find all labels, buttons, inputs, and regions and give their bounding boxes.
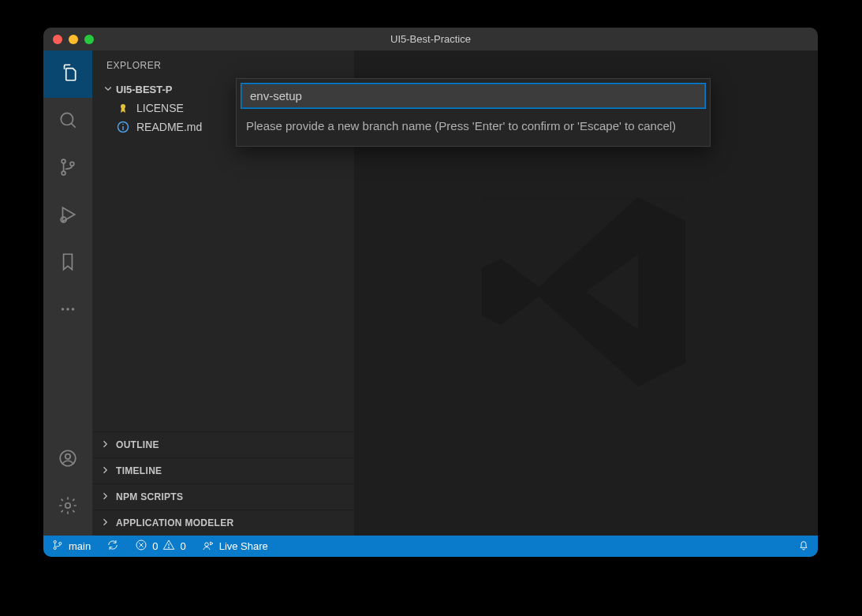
- svg-point-11: [65, 503, 71, 509]
- chevron-right-icon: [100, 516, 110, 530]
- sidebar-panels: OUTLINE TIMELINE NPM SCRIPTS APPLICATION…: [92, 431, 354, 536]
- activity-bar: [43, 50, 92, 536]
- svg-point-0: [61, 113, 73, 125]
- maximize-window-button[interactable]: [84, 35, 94, 44]
- activity-overflow[interactable]: [43, 287, 92, 334]
- activity-source-control[interactable]: [43, 145, 92, 192]
- debug-icon: [58, 204, 78, 228]
- activity-explorer[interactable]: [43, 50, 92, 98]
- titlebar: UI5-Best-Practice: [43, 28, 818, 50]
- close-window-button[interactable]: [53, 35, 62, 44]
- svg-point-6: [62, 308, 64, 310]
- svg-point-8: [72, 308, 74, 310]
- vscode-window: UI5-Best-Practice: [43, 28, 818, 557]
- branch-name-prompt-description: Please provide a new branch name (Press …: [237, 113, 710, 146]
- svg-line-1: [71, 123, 75, 127]
- panel-outline[interactable]: OUTLINE: [92, 431, 354, 457]
- activity-search[interactable]: [43, 98, 92, 145]
- svg-point-2: [62, 159, 65, 163]
- panel-label: NPM SCRIPTS: [116, 491, 183, 502]
- files-icon: [58, 62, 79, 86]
- status-notifications[interactable]: [789, 539, 818, 554]
- svg-point-18: [59, 542, 62, 544]
- panel-label: OUTLINE: [116, 439, 159, 450]
- branch-name-input[interactable]: [241, 84, 705, 108]
- svg-point-15: [122, 124, 124, 125]
- status-sync[interactable]: [99, 536, 127, 557]
- svg-point-4: [70, 162, 74, 166]
- sync-icon: [106, 539, 119, 554]
- status-live-share[interactable]: Live Share: [194, 536, 276, 557]
- chevron-right-icon: [100, 490, 110, 504]
- status-problems[interactable]: 0 0: [127, 536, 193, 557]
- branch-name-prompt: Please provide a new branch name (Press …: [236, 78, 711, 147]
- license-file-icon: [116, 102, 130, 114]
- svg-point-3: [62, 171, 65, 175]
- activity-accounts[interactable]: [43, 436, 92, 483]
- vscode-watermark-icon: [468, 174, 704, 413]
- panel-label: APPLICATION MODELER: [116, 517, 233, 528]
- error-icon: [135, 539, 147, 554]
- gear-icon: [58, 495, 78, 519]
- warning-icon: [162, 539, 175, 554]
- activity-settings[interactable]: [43, 483, 92, 531]
- svg-point-24: [204, 543, 208, 547]
- status-bar: main 0 0 Live Share: [43, 536, 818, 557]
- search-icon: [58, 110, 78, 133]
- live-share-icon: [202, 539, 215, 554]
- branch-icon: [58, 157, 78, 181]
- branch-icon: [51, 539, 64, 554]
- live-share-label: Live Share: [219, 540, 268, 552]
- bookmark-icon: [58, 252, 78, 275]
- panel-application-modeler[interactable]: APPLICATION MODELER: [92, 510, 354, 536]
- svg-point-7: [66, 308, 69, 310]
- svg-point-16: [54, 540, 56, 543]
- traffic-lights: [53, 35, 94, 44]
- svg-point-10: [65, 454, 71, 460]
- workspace-root-label: UI5-BEST-P: [116, 84, 173, 95]
- chevron-down-icon: [103, 84, 113, 95]
- window-title: UI5-Best-Practice: [43, 33, 818, 45]
- account-icon: [58, 448, 78, 472]
- panel-label: TIMELINE: [116, 465, 162, 476]
- sidebar-title: EXPLORER: [92, 50, 354, 80]
- file-name: LICENSE: [136, 102, 184, 114]
- minimize-window-button[interactable]: [69, 35, 78, 44]
- activity-bookmarks[interactable]: [43, 240, 92, 287]
- error-count: 0: [152, 540, 158, 552]
- status-branch[interactable]: main: [43, 536, 99, 557]
- bell-icon: [797, 539, 810, 554]
- file-name: README.md: [136, 121, 202, 133]
- warning-count: 0: [180, 540, 185, 552]
- svg-point-17: [54, 547, 56, 549]
- activity-run-debug[interactable]: [43, 192, 92, 240]
- chevron-right-icon: [100, 464, 110, 478]
- panel-timeline[interactable]: TIMELINE: [92, 457, 354, 483]
- branch-name: main: [69, 540, 91, 552]
- ellipsis-icon: [58, 299, 78, 323]
- info-file-icon: [116, 121, 130, 133]
- chevron-right-icon: [100, 438, 110, 452]
- svg-point-23: [169, 547, 170, 548]
- panel-npm-scripts[interactable]: NPM SCRIPTS: [92, 483, 354, 510]
